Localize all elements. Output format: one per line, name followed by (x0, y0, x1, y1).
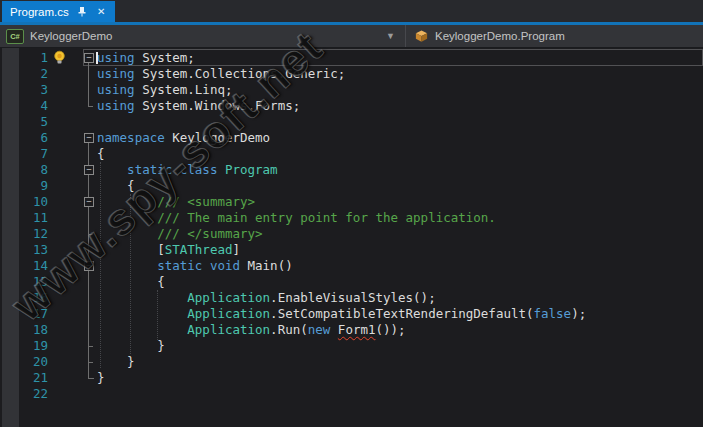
code-text: /// </summary> (97, 226, 263, 242)
outline-bend (88, 106, 93, 107)
collapse-toggle[interactable]: − (84, 197, 94, 207)
code-line[interactable]: 22 (0, 386, 703, 402)
code-text: namespace KeyloggerDemo (97, 130, 270, 146)
lightbulb-icon[interactable] (52, 50, 67, 69)
line-number: 2 (0, 66, 48, 82)
code-rows: 1using System;2using System.Collections.… (0, 50, 703, 402)
line-number: 11 (0, 210, 48, 226)
close-icon[interactable]: ✕ (96, 6, 107, 17)
code-line[interactable]: 15 { (0, 274, 703, 290)
code-line[interactable]: 19 } (0, 338, 703, 354)
code-line[interactable]: 11 /// The main entry point for the appl… (0, 210, 703, 226)
code-line[interactable]: 2using System.Collections.Generic; (0, 66, 703, 82)
line-number: 9 (0, 178, 48, 194)
code-line[interactable]: 3using System.Linq; (0, 82, 703, 98)
collapse-toggle[interactable]: − (84, 133, 94, 143)
code-line[interactable]: 10 /// <summary> (0, 194, 703, 210)
line-number: 4 (0, 98, 48, 114)
class-icon (414, 29, 429, 44)
project-dropdown[interactable]: C# KeyloggerDemo ▼ (0, 25, 406, 47)
tab-title: Program.cs (10, 6, 69, 18)
line-number: 10 (0, 194, 48, 210)
code-line[interactable]: 20 } (0, 354, 703, 370)
member-dropdown-label: KeyloggerDemo.Program (435, 30, 565, 42)
pin-icon[interactable] (77, 6, 88, 17)
indent-guide (100, 162, 101, 368)
navigation-bar: C# KeyloggerDemo ▼ KeyloggerDemo.Program (0, 25, 703, 48)
code-line[interactable]: 18 Application.Run(new Form1()); (0, 322, 703, 338)
csharp-project-icon: C# (6, 29, 24, 44)
indent-guide (130, 194, 131, 354)
code-text: { (97, 146, 105, 162)
chevron-down-icon[interactable]: ▼ (386, 31, 395, 41)
code-text: using System.Windows.Forms; (97, 98, 300, 114)
tab-strip: Program.cs ✕ (0, 0, 703, 22)
outline-bend (88, 378, 94, 379)
line-number: 15 (0, 274, 48, 290)
code-line[interactable]: 17 Application.SetCompatibleTextRenderin… (0, 306, 703, 322)
line-number: 22 (0, 386, 48, 402)
code-text: using System.Linq; (97, 82, 232, 98)
code-text: { (97, 178, 135, 194)
line-number: 17 (0, 306, 48, 322)
code-text: using System; (97, 50, 195, 66)
code-text: } (97, 354, 135, 370)
tab-program-cs[interactable]: Program.cs ✕ (2, 1, 115, 22)
line-number: 20 (0, 354, 48, 370)
code-text: Application.SetCompatibleTextRenderingDe… (97, 306, 586, 322)
code-line[interactable]: 14 static void Main() (0, 258, 703, 274)
member-dropdown[interactable]: KeyloggerDemo.Program (406, 25, 703, 47)
code-line[interactable]: 1using System; (0, 50, 703, 66)
collapse-toggle[interactable]: − (84, 53, 94, 63)
line-number: 14 (0, 258, 48, 274)
collapse-toggle[interactable]: − (84, 165, 94, 175)
code-line[interactable]: 21} (0, 370, 703, 386)
code-text: using System.Collections.Generic; (97, 66, 345, 82)
line-number: 8 (0, 162, 48, 178)
code-text: static void Main() (97, 258, 293, 274)
line-number: 3 (0, 82, 48, 98)
line-number: 13 (0, 242, 48, 258)
line-number: 1 (0, 50, 48, 66)
line-number: 16 (0, 290, 48, 306)
code-text: Application.EnableVisualStyles(); (97, 290, 436, 306)
code-line[interactable]: 16 Application.EnableVisualStyles(); (0, 290, 703, 306)
line-number: 18 (0, 322, 48, 338)
line-number: 5 (0, 114, 48, 130)
line-number: 19 (0, 338, 48, 354)
line-number: 6 (0, 130, 48, 146)
code-text: [STAThread] (97, 242, 240, 258)
collapse-toggle[interactable]: − (84, 261, 94, 271)
text-caret (96, 52, 98, 64)
vs-editor-window: Program.cs ✕ C# KeyloggerDemo ▼ (0, 0, 703, 427)
code-line[interactable]: 13 [STAThread] (0, 242, 703, 258)
code-line[interactable]: 8 static class Program (0, 162, 703, 178)
code-line[interactable]: 9 { (0, 178, 703, 194)
line-number: 12 (0, 226, 48, 242)
outline-bend (88, 346, 93, 347)
code-line[interactable]: 4using System.Windows.Forms; (0, 98, 703, 114)
line-number: 7 (0, 146, 48, 162)
outline-line (88, 62, 89, 106)
code-text: static class Program (97, 162, 278, 178)
code-text: Application.Run(new Form1()); (97, 322, 406, 338)
editor[interactable]: 1using System;2using System.Collections.… (0, 48, 703, 427)
code-text: /// The main entry point for the applica… (97, 210, 496, 226)
indent-guide (157, 290, 158, 340)
code-text: /// <summary> (97, 194, 255, 210)
code-line[interactable]: 7{ (0, 146, 703, 162)
outline-bend (88, 234, 93, 235)
code-line[interactable]: 5 (0, 114, 703, 130)
project-dropdown-label: KeyloggerDemo (30, 30, 112, 42)
code-line[interactable]: 6namespace KeyloggerDemo (0, 130, 703, 146)
line-number: 21 (0, 370, 48, 386)
outline-bend (88, 362, 93, 363)
code-line[interactable]: 12 /// </summary> (0, 226, 703, 242)
code-text: } (97, 370, 105, 386)
